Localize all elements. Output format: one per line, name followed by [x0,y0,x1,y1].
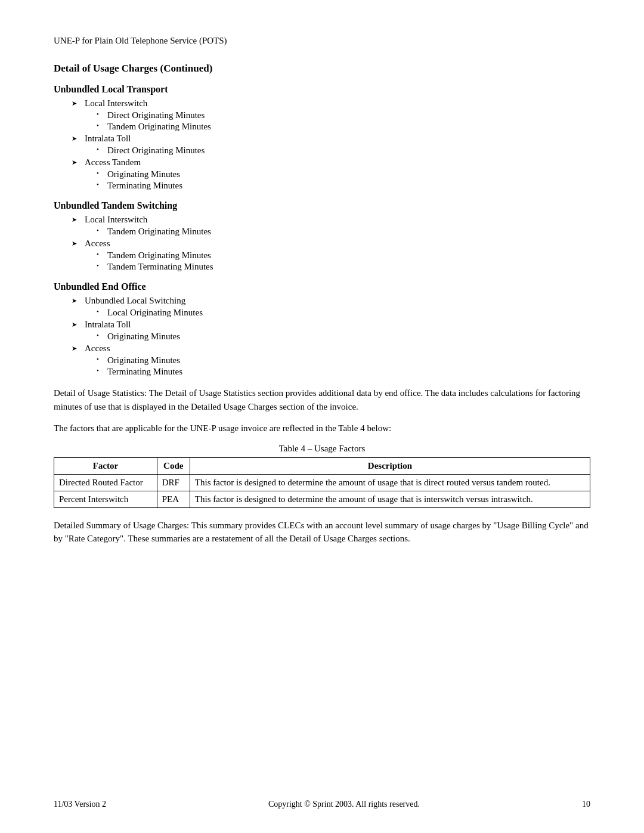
unbundled-tandem-switching-section: Unbundled Tandem Switching Local Intersw… [54,200,590,272]
table-cell-code-1: DRF [157,474,190,491]
bullet-originating-minutes-3: Originating Minutes [97,355,590,366]
detail-section-title: Detail of Usage Charges (Continued) [54,63,590,75]
table-row: Directed Routed Factor DRF This factor i… [54,474,590,491]
arrow-item-local-interswitch: Local Interswitch Direct Originating Min… [72,98,590,132]
arrow-item-intralata-toll-2: Intralata Toll Originating Minutes [72,320,590,342]
arrow-item-unbundled-local-switching: Unbundled Local Switching Local Originat… [72,296,590,318]
table-header-description: Description [190,457,590,474]
table-cell-description-2: This factor is designed to determine the… [190,491,590,507]
bullet-tandem-originating-2: Tandem Originating Minutes [97,227,590,237]
local-interswitch-2-bullets: Tandem Originating Minutes [85,227,590,237]
bullet-direct-originating-1: Direct Originating Minutes [97,110,590,120]
detail-section: Detail of Usage Charges (Continued) [54,63,590,75]
access-2-bullets: Originating Minutes Terminating Minutes [85,355,590,377]
unbundled-tandem-switching-list: Local Interswitch Tandem Originating Min… [54,215,590,272]
bullet-terminating-minutes-1: Terminating Minutes [97,181,590,191]
footer: 11/03 Version 2 Copyright © Sprint 2003.… [54,800,590,809]
bullet-originating-minutes-2: Originating Minutes [97,332,590,342]
table-header-code: Code [157,457,190,474]
bullet-tandem-originating-1: Tandem Originating Minutes [97,122,590,132]
bullet-terminating-minutes-2: Terminating Minutes [97,367,590,377]
intralata-toll-2-bullets: Originating Minutes [85,332,590,342]
table-caption: Table 4 – Usage Factors [54,444,590,454]
detailed-summary-paragraph: Detailed Summary of Usage Charges: This … [54,519,590,546]
arrow-item-access-2: Access Originating Minutes Terminating M… [72,343,590,377]
unbundled-end-office-title: Unbundled End Office [54,281,590,292]
factors-intro-paragraph: The factors that are applicable for the … [54,422,590,435]
bullet-tandem-terminating-1: Tandem Terminating Minutes [97,262,590,272]
unbundled-local-switching-bullets: Local Originating Minutes [85,308,590,318]
table-cell-description-1: This factor is designed to determine the… [190,474,590,491]
footer-right: 10 [582,800,590,809]
detail-stats-paragraph: Detail of Usage Statistics: The Detail o… [54,386,590,413]
page: UNE-P for Plain Old Telephone Service (P… [0,0,644,833]
access-1-bullets: Tandem Originating Minutes Tandem Termin… [85,250,590,272]
page-header: UNE-P for Plain Old Telephone Service (P… [54,36,590,46]
usage-factors-table: Factor Code Description Directed Routed … [54,457,590,508]
arrow-item-access-tandem: Access Tandem Originating Minutes Termin… [72,157,590,191]
unbundled-tandem-switching-title: Unbundled Tandem Switching [54,200,590,211]
arrow-item-local-interswitch-2: Local Interswitch Tandem Originating Min… [72,215,590,237]
table-cell-factor-1: Directed Routed Factor [54,474,157,491]
table-cell-code-2: PEA [157,491,190,507]
arrow-item-intralata-toll-1: Intralata Toll Direct Originating Minute… [72,134,590,156]
unbundled-local-transport-title: Unbundled Local Transport [54,84,590,95]
header-title: UNE-P for Plain Old Telephone Service (P… [54,36,227,45]
table-header-factor: Factor [54,457,157,474]
bullet-direct-originating-2: Direct Originating Minutes [97,145,590,156]
footer-center: Copyright © Sprint 2003. All rights rese… [106,800,582,809]
table-cell-factor-2: Percent Interswitch [54,491,157,507]
unbundled-local-transport-section: Unbundled Local Transport Local Interswi… [54,84,590,191]
bullet-tandem-originating-3: Tandem Originating Minutes [97,250,590,261]
unbundled-end-office-section: Unbundled End Office Unbundled Local Swi… [54,281,590,377]
table-row: Percent Interswitch PEA This factor is d… [54,491,590,507]
intralata-toll-1-bullets: Direct Originating Minutes [85,145,590,156]
arrow-item-access-1: Access Tandem Originating Minutes Tandem… [72,239,590,272]
access-tandem-bullets: Originating Minutes Terminating Minutes [85,169,590,191]
local-interswitch-bullets: Direct Originating Minutes Tandem Origin… [85,110,590,132]
bullet-originating-minutes-1: Originating Minutes [97,169,590,179]
bullet-local-originating-1: Local Originating Minutes [97,308,590,318]
footer-left: 11/03 Version 2 [54,800,106,809]
unbundled-end-office-list: Unbundled Local Switching Local Originat… [54,296,590,377]
unbundled-local-transport-list: Local Interswitch Direct Originating Min… [54,98,590,191]
